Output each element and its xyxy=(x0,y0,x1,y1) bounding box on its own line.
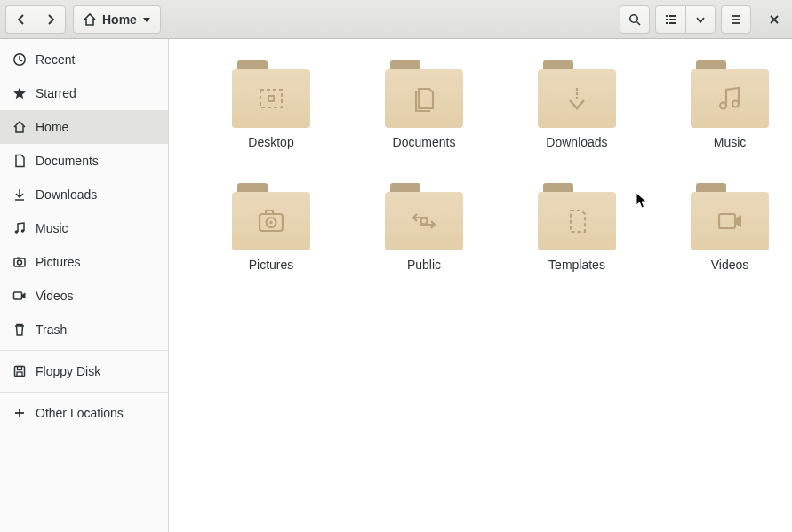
folder-label: Public xyxy=(407,258,441,272)
search-icon xyxy=(628,13,641,26)
folder-icon xyxy=(385,60,463,128)
svg-rect-25 xyxy=(260,90,282,107)
folder-icon xyxy=(691,60,769,128)
sidebar-item-label: Home xyxy=(36,120,68,134)
sidebar-item-label: Documents xyxy=(36,154,99,168)
video-glyph-icon xyxy=(712,203,748,239)
clock-icon xyxy=(12,52,27,67)
svg-rect-6 xyxy=(666,22,668,24)
folder-icon xyxy=(385,183,463,250)
download-icon xyxy=(12,187,27,202)
folder-label: Downloads xyxy=(546,135,607,149)
close-icon xyxy=(769,14,780,25)
folder-label: Music xyxy=(714,135,747,149)
svg-point-17 xyxy=(18,260,22,265)
folder-icon xyxy=(691,183,769,250)
chevron-left-icon xyxy=(16,14,27,25)
svg-point-29 xyxy=(732,101,739,107)
sidebar-item-home[interactable]: Home xyxy=(0,110,168,144)
sidebar-item-label: Other Locations xyxy=(36,406,124,420)
svg-rect-7 xyxy=(669,22,676,24)
sidebar-item-label: Floppy Disk xyxy=(36,364,100,378)
breadcrumb[interactable]: Home xyxy=(73,5,161,34)
svg-rect-3 xyxy=(669,15,676,17)
triangle-down-icon xyxy=(142,15,151,24)
sidebar-separator xyxy=(0,350,168,351)
home-icon xyxy=(83,12,97,27)
chevron-down-icon xyxy=(696,15,705,24)
folder-icon xyxy=(538,60,616,128)
star-icon xyxy=(12,86,27,100)
sidebar-item-downloads[interactable]: Downloads xyxy=(0,178,168,211)
sidebar-item-label: Trash xyxy=(36,322,67,337)
folder-desktop[interactable]: Desktop xyxy=(196,57,347,153)
right-controls xyxy=(620,5,787,34)
folder-label: Documents xyxy=(393,135,456,149)
share-glyph-icon xyxy=(406,203,442,239)
folder-label: Pictures xyxy=(249,258,294,272)
sidebar-item-label: Downloads xyxy=(36,187,97,202)
sidebar-item-label: Recent xyxy=(36,52,75,67)
forward-button[interactable] xyxy=(36,5,66,34)
folder-label: Videos xyxy=(711,258,749,272)
folder-videos[interactable]: Videos xyxy=(654,179,792,275)
documents-glyph-icon xyxy=(406,81,442,116)
svg-rect-4 xyxy=(666,19,668,20)
template-glyph-icon xyxy=(559,203,595,239)
svg-point-14 xyxy=(15,230,19,234)
sidebar-item-trash[interactable]: Trash xyxy=(0,313,168,346)
view-list-button[interactable] xyxy=(655,5,685,34)
sidebar-item-label: Music xyxy=(36,221,68,235)
sidebar-item-floppy[interactable]: Floppy Disk xyxy=(0,354,168,388)
music-icon xyxy=(12,221,27,235)
hamburger-menu-button[interactable] xyxy=(721,5,751,34)
folder-label: Desktop xyxy=(248,135,293,149)
sidebar-item-other-locations[interactable]: Other Locations xyxy=(0,396,168,430)
trash-icon xyxy=(12,322,27,337)
document-icon xyxy=(12,154,27,168)
svg-rect-19 xyxy=(14,292,22,299)
back-button[interactable] xyxy=(5,5,36,34)
plus-icon xyxy=(12,406,27,420)
sidebar-item-documents[interactable]: Documents xyxy=(0,144,168,178)
svg-point-34 xyxy=(421,218,428,225)
sidebar-item-starred[interactable]: Starred xyxy=(0,76,168,110)
sidebar: Recent Starred Home Documents Downloads … xyxy=(0,39,169,532)
sidebar-separator xyxy=(0,392,168,393)
sidebar-item-label: Videos xyxy=(36,289,74,303)
folder-icon xyxy=(232,183,310,250)
list-icon xyxy=(665,13,677,26)
folder-downloads[interactable]: Downloads xyxy=(501,57,652,153)
camera-icon xyxy=(12,255,27,269)
svg-rect-18 xyxy=(17,258,20,259)
sidebar-item-recent[interactable]: Recent xyxy=(0,43,168,76)
svg-rect-2 xyxy=(666,15,668,17)
close-button[interactable] xyxy=(762,7,787,32)
drive-icon xyxy=(12,364,27,378)
headerbar: Home xyxy=(0,0,792,39)
content-area[interactable]: Desktop Documents Downloads xyxy=(169,39,792,532)
folder-label: Templates xyxy=(548,258,605,272)
folder-pictures[interactable]: Pictures xyxy=(196,179,347,275)
sidebar-item-videos[interactable]: Videos xyxy=(0,279,168,313)
download-glyph-icon xyxy=(559,81,595,116)
svg-point-32 xyxy=(269,221,273,225)
svg-rect-20 xyxy=(15,367,25,377)
folder-music[interactable]: Music xyxy=(654,57,792,153)
view-options-button[interactable] xyxy=(685,5,716,34)
icon-grid: Desktop Documents Downloads xyxy=(196,57,765,275)
folder-templates[interactable]: Templates xyxy=(501,179,652,275)
nav-group xyxy=(5,5,66,34)
chevron-right-icon xyxy=(45,14,56,25)
sidebar-item-pictures[interactable]: Pictures xyxy=(0,245,168,279)
sidebar-item-music[interactable]: Music xyxy=(0,211,168,245)
folder-public[interactable]: Public xyxy=(348,179,500,275)
svg-rect-33 xyxy=(266,210,273,214)
folder-documents[interactable]: Documents xyxy=(348,57,500,153)
sidebar-item-label: Pictures xyxy=(36,255,81,269)
sidebar-item-label: Starred xyxy=(36,86,76,100)
search-button[interactable] xyxy=(620,5,650,34)
svg-point-28 xyxy=(720,103,726,109)
hamburger-icon xyxy=(730,13,742,26)
svg-rect-5 xyxy=(669,19,676,20)
